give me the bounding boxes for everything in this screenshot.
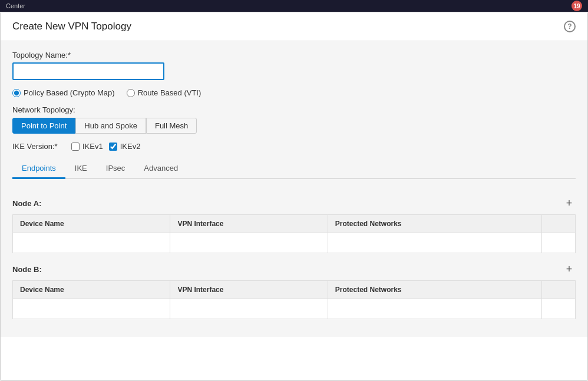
dialog-title: Create New VPN Topology [12, 21, 131, 32]
dialog-header: Create New VPN Topology ? [1, 12, 587, 41]
node-a-device-cell [13, 233, 170, 253]
policy-based-radio[interactable] [12, 89, 21, 97]
ikev1-label: IKEv1 [82, 142, 103, 151]
node-a-section: Node A: + Device Name VPN Interface Prot… [12, 197, 576, 253]
network-topology-row: Network Topology: Point to Point Hub and… [12, 105, 576, 134]
top-bar: Center 19 [0, 0, 588, 12]
dialog-body: Topology Name:* Policy Based (Crypto Map… [1, 41, 587, 188]
node-a-add-button[interactable]: + [563, 197, 576, 210]
node-a-header: Node A: + [12, 197, 576, 210]
topology-name-input[interactable] [12, 62, 164, 80]
tab-advanced[interactable]: Advanced [134, 159, 187, 179]
notification-badge[interactable]: 19 [572, 1, 582, 11]
node-b-title: Node B: [12, 265, 42, 274]
topology-name-label: Topology Name:* [12, 51, 576, 59]
node-b-protected-cell [328, 299, 541, 319]
ikev2-checkbox[interactable] [109, 143, 117, 151]
node-a-table: Device Name VPN Interface Protected Netw… [12, 214, 576, 253]
node-a-protected-cell [328, 233, 541, 253]
ikev1-option[interactable]: IKEv1 [71, 142, 103, 151]
tabs-bar: Endpoints IKE IPsec Advanced [12, 159, 576, 179]
endpoints-panel: Node A: + Device Name VPN Interface Prot… [1, 188, 587, 337]
ikev2-option[interactable]: IKEv2 [109, 142, 141, 151]
node-a-vpn-cell [170, 233, 328, 253]
help-icon[interactable]: ? [564, 21, 576, 32]
topology-name-row: Topology Name:* [12, 51, 576, 80]
node-b-empty-row [13, 299, 576, 319]
policy-based-label: Policy Based (Crypto Map) [24, 88, 115, 97]
tab-ike[interactable]: IKE [65, 159, 97, 179]
node-b-add-button[interactable]: + [563, 263, 576, 276]
policy-based-option[interactable]: Policy Based (Crypto Map) [12, 88, 115, 97]
node-a-action-header [541, 215, 575, 233]
full-mesh-button[interactable]: Full Mesh [146, 118, 197, 134]
node-b-header: Node B: + [12, 263, 576, 276]
node-a-device-header: Device Name [13, 215, 170, 233]
point-to-point-button[interactable]: Point to Point [12, 118, 75, 134]
vpn-type-radio-group: Policy Based (Crypto Map) Route Based (V… [12, 88, 576, 97]
network-topology-btn-group: Point to Point Hub and Spoke Full Mesh [12, 118, 576, 134]
node-b-vpn-header: VPN Interface [170, 281, 328, 299]
node-b-section: Node B: + Device Name VPN Interface Prot… [12, 263, 576, 319]
ike-version-label: IKE Version:* [12, 142, 65, 151]
ikev1-checkbox[interactable] [71, 143, 80, 151]
create-vpn-dialog: Create New VPN Topology ? Topology Name:… [0, 12, 588, 381]
node-b-device-header: Device Name [13, 281, 170, 299]
route-based-label: Route Based (VTI) [138, 88, 201, 97]
ikev2-label: IKEv2 [120, 142, 141, 151]
node-a-empty-row [13, 233, 576, 253]
node-a-action-cell [541, 233, 575, 253]
node-b-action-cell [541, 299, 575, 319]
node-b-vpn-cell [170, 299, 328, 319]
route-based-radio[interactable] [127, 89, 135, 97]
node-a-protected-header: Protected Networks [328, 215, 541, 233]
node-b-device-cell [13, 299, 170, 319]
tab-ipsec[interactable]: IPsec [97, 159, 135, 179]
node-a-vpn-header: VPN Interface [170, 215, 328, 233]
top-bar-title: Center [6, 2, 25, 9]
tab-endpoints[interactable]: Endpoints [12, 159, 65, 179]
node-a-title: Node A: [12, 199, 41, 208]
route-based-option[interactable]: Route Based (VTI) [127, 88, 201, 97]
node-b-table: Device Name VPN Interface Protected Netw… [12, 280, 576, 319]
node-b-action-header [541, 281, 575, 299]
network-topology-label: Network Topology: [12, 105, 576, 114]
node-b-protected-header: Protected Networks [328, 281, 541, 299]
hub-and-spoke-button[interactable]: Hub and Spoke [75, 118, 146, 134]
ike-version-row: IKE Version:* IKEv1 IKEv2 [12, 142, 576, 151]
